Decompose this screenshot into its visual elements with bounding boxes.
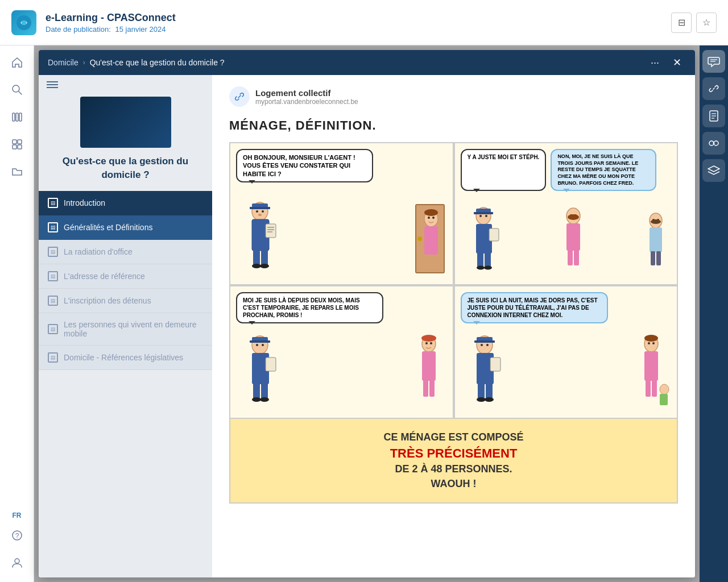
- grid-nav-button[interactable]: [5, 133, 30, 158]
- nav-icon-generalites: ▤: [48, 222, 58, 232]
- home-icon: [11, 56, 23, 72]
- svg-rect-40: [476, 209, 491, 213]
- nav-icon-personnes: ▤: [48, 324, 58, 334]
- more-options-button[interactable]: ···: [646, 55, 664, 71]
- civilian-character-2a: [555, 205, 592, 278]
- door-1: [413, 199, 447, 278]
- books-icon: [11, 111, 23, 126]
- svg-rect-45: [489, 228, 499, 241]
- nav-item-adresse[interactable]: ▤ L'adresse de référence: [39, 264, 212, 289]
- chat-right-button[interactable]: [702, 50, 725, 73]
- svg-rect-70: [266, 357, 276, 371]
- panel-1-characters: [236, 192, 447, 279]
- nav-label-references: Domicile - Références législatives: [64, 353, 183, 362]
- app-logo: [11, 10, 36, 35]
- layers-right-button[interactable]: [702, 159, 725, 182]
- svg-point-20: [256, 210, 258, 213]
- svg-rect-41: [474, 212, 493, 214]
- right-icon-bar: [700, 45, 728, 582]
- nav-item-introduction[interactable]: ▤ Introduction: [39, 191, 212, 215]
- comic-panel-3: MOI JE SUIS LÀ DEPUIS DEUX MOIS, MAIS C'…: [230, 286, 453, 418]
- officer-character-3: [236, 332, 284, 412]
- svg-point-98: [660, 384, 669, 394]
- svg-rect-56: [574, 250, 579, 265]
- modal: Domicile › Qu'est-ce que la gestion du d…: [39, 50, 695, 577]
- doc-right-button[interactable]: [702, 105, 725, 127]
- breadcrumb-current: Qu'est-ce que la gestion du domicile ?: [90, 58, 225, 67]
- comic-bottom: CE MÉNAGE EST COMPOSÉ TRÈS PRÉCISÉMENT D…: [229, 419, 678, 503]
- nav-item-generalites[interactable]: ▤ Généralités et Définitions: [39, 215, 212, 240]
- nav-item-radiation[interactable]: ▤ La radiation d'office: [39, 240, 212, 264]
- comic-grid: OH BONJOUR, MONSIEUR L'AGENT ! VOUS ÊTES…: [229, 142, 678, 419]
- officer-character-4: [461, 332, 509, 412]
- nav-label-radiation: La radiation d'office: [64, 247, 133, 256]
- svg-point-2: [13, 85, 19, 92]
- comic-panel-4: JE SUIS ICI LA NUIT, MAIS JE DORS PAS, C…: [455, 286, 677, 418]
- modal-body: Qu'est-ce que la gestion du domicile ? ▤…: [39, 75, 695, 577]
- speech-2b: NON, MOI, JE NE SUIS LÀ QUE TROIS JOURS …: [551, 149, 656, 191]
- speech-2a: Y A JUSTE MOI ET STÉPH.: [461, 149, 547, 191]
- nav-item-references[interactable]: ▤ Domicile - Références législatives: [39, 346, 212, 370]
- user-nav-button[interactable]: [5, 551, 30, 576]
- nav-icon-inscription: ▤: [48, 296, 58, 306]
- nav-label-personnes: Les personnes qui vivent en demeure mobi…: [64, 320, 203, 338]
- comic-title: MÉNAGE, DÉFINITION.: [229, 118, 678, 133]
- svg-point-49: [484, 266, 492, 270]
- home-nav-button[interactable]: [5, 51, 30, 76]
- svg-rect-71: [253, 383, 260, 399]
- svg-rect-9: [13, 145, 16, 149]
- content-area[interactable]: Logement collectif myportal.vandenbroele…: [212, 75, 695, 577]
- content-inner: Logement collectif myportal.vandenbroele…: [212, 75, 695, 515]
- sidebar-toggle-button[interactable]: [39, 75, 212, 97]
- svg-point-91: [477, 397, 486, 402]
- svg-point-13: [15, 559, 19, 563]
- breadcrumb-separator: ›: [83, 59, 85, 66]
- svg-point-53: [568, 214, 579, 220]
- speech-3: MOI JE SUIS LÀ DEPUIS DEUX MOIS, MAIS C'…: [236, 292, 383, 323]
- panel-2-characters: [461, 205, 672, 278]
- speech-4: JE SUIS ICI LA NUIT, MAIS JE DORS PAS, C…: [461, 292, 608, 323]
- user-icon: [11, 556, 23, 572]
- nav-label-adresse: L'adresse de référence: [64, 272, 145, 281]
- link-right-button[interactable]: [702, 77, 725, 100]
- svg-rect-81: [429, 380, 435, 397]
- nav-item-inscription[interactable]: ▤ L'inscription des détenus: [39, 289, 212, 313]
- reading-icon: ⊟: [678, 17, 685, 28]
- svg-rect-80: [423, 380, 428, 397]
- left-bottom-actions: FR ?: [5, 509, 30, 582]
- svg-rect-100: [646, 380, 651, 397]
- link-source-info: Logement collectif myportal.vandenbroele…: [255, 88, 358, 106]
- comic-panel-1: OH BONJOUR, MONSIEUR L'AGENT ! VOUS ÊTES…: [230, 143, 453, 284]
- chain-right-button[interactable]: [702, 132, 725, 155]
- course-thumbnail: [80, 97, 171, 148]
- favorite-button[interactable]: ☆: [696, 13, 717, 33]
- svg-rect-90: [486, 383, 493, 399]
- link-source-icon: [229, 86, 250, 107]
- svg-rect-24: [266, 224, 276, 238]
- link-source-url: myportal.vandenbroeleconnect.be: [255, 98, 358, 106]
- top-bar: e-Learning - CPASConnect Date de publica…: [0, 0, 728, 45]
- reading-mode-button[interactable]: ⊟: [671, 13, 692, 33]
- svg-rect-72: [261, 383, 268, 399]
- svg-rect-63: [656, 251, 661, 265]
- svg-point-86: [486, 344, 489, 346]
- library-nav-button[interactable]: [5, 106, 30, 131]
- nav-icon-references: ▤: [48, 352, 58, 363]
- language-button[interactable]: FR: [10, 509, 24, 522]
- nav-label-generalites: Généralités et Définitions: [64, 223, 152, 232]
- svg-rect-84: [474, 340, 495, 343]
- svg-rect-89: [478, 383, 485, 399]
- folder-nav-button[interactable]: [5, 160, 30, 185]
- help-nav-button[interactable]: ?: [5, 524, 30, 549]
- nav-item-personnes[interactable]: ▤ Les personnes qui vivent en demeure mo…: [39, 313, 212, 346]
- svg-rect-97: [644, 351, 658, 381]
- sidebar-nav: Qu'est-ce que la gestion du domicile ? ▤…: [39, 75, 212, 577]
- search-nav-button[interactable]: [5, 78, 30, 103]
- breadcrumb-home[interactable]: Domicile: [48, 58, 78, 67]
- svg-rect-99: [660, 394, 668, 405]
- svg-point-36: [432, 217, 435, 219]
- svg-point-1: [22, 20, 26, 25]
- svg-rect-66: [250, 340, 270, 343]
- svg-rect-88: [490, 357, 500, 371]
- close-modal-button[interactable]: ✕: [668, 54, 686, 71]
